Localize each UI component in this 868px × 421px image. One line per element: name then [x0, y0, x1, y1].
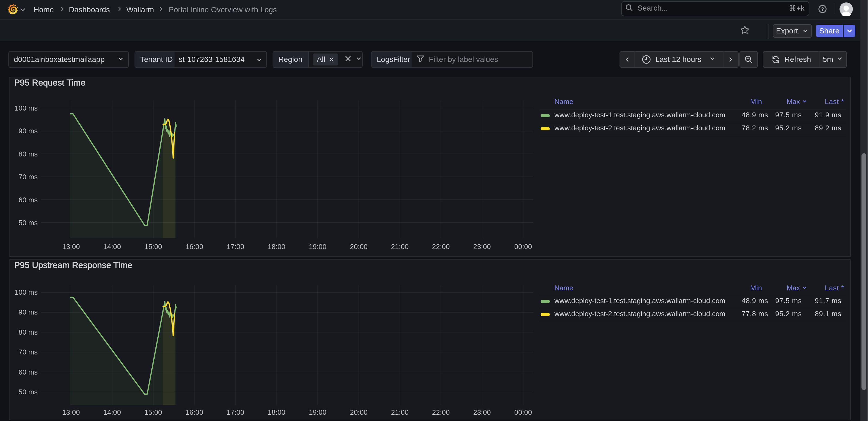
svg-text:20:00: 20:00	[350, 243, 368, 251]
svg-text:17:00: 17:00	[226, 408, 244, 416]
svg-text:70 ms: 70 ms	[19, 348, 38, 356]
svg-text:21:00: 21:00	[391, 243, 408, 251]
svg-text:50 ms: 50 ms	[19, 219, 38, 227]
svg-text:80 ms: 80 ms	[19, 150, 38, 158]
svg-text:20:00: 20:00	[350, 408, 368, 416]
svg-text:19:00: 19:00	[309, 243, 326, 251]
svg-text:16:00: 16:00	[186, 408, 203, 416]
svg-text:00:00: 00:00	[514, 243, 532, 251]
svg-text:60 ms: 60 ms	[19, 196, 38, 204]
svg-text:21:00: 21:00	[391, 408, 408, 416]
svg-text:19:00: 19:00	[309, 408, 326, 416]
svg-text:70 ms: 70 ms	[19, 173, 38, 181]
svg-text:18:00: 18:00	[268, 243, 285, 251]
svg-text:90 ms: 90 ms	[19, 127, 38, 135]
svg-text:15:00: 15:00	[144, 243, 162, 251]
svg-text:13:00: 13:00	[62, 408, 80, 416]
svg-text:60 ms: 60 ms	[19, 368, 38, 376]
svg-text:14:00: 14:00	[103, 243, 121, 251]
svg-text:22:00: 22:00	[432, 408, 450, 416]
svg-text:90 ms: 90 ms	[19, 308, 38, 316]
svg-text:17:00: 17:00	[226, 243, 244, 251]
svg-text:14:00: 14:00	[103, 408, 121, 416]
svg-text:13:00: 13:00	[62, 243, 80, 251]
svg-text:23:00: 23:00	[473, 243, 491, 251]
svg-text:16:00: 16:00	[186, 243, 203, 251]
svg-text:18:00: 18:00	[268, 408, 285, 416]
svg-text:?: ?	[821, 6, 824, 12]
svg-text:80 ms: 80 ms	[19, 328, 38, 336]
svg-text:00:00: 00:00	[514, 408, 532, 416]
svg-text:100 ms: 100 ms	[14, 104, 38, 112]
svg-text:50 ms: 50 ms	[19, 388, 38, 396]
svg-text:15:00: 15:00	[144, 408, 162, 416]
svg-text:23:00: 23:00	[473, 408, 491, 416]
svg-text:100 ms: 100 ms	[14, 288, 38, 296]
svg-text:22:00: 22:00	[432, 243, 450, 251]
